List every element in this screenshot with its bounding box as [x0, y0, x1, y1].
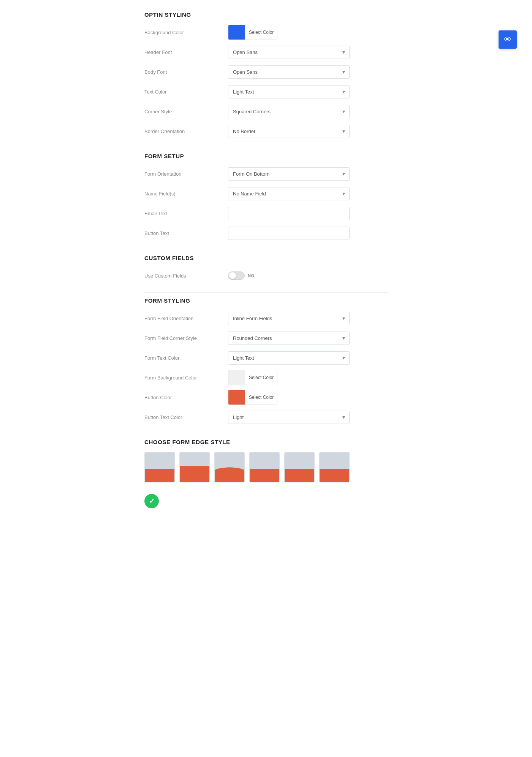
form-styling-title: FORM STYLING [144, 297, 388, 304]
form-text-color-select[interactable]: Light Text Dark Text [228, 351, 350, 365]
button-text-color-label: Button Text Color [144, 414, 228, 420]
form-bg-color-picker[interactable]: Select Color [228, 370, 277, 385]
form-text-color-label: Form Text Color [144, 355, 228, 361]
name-fields-label: Name Field(s) [144, 191, 228, 197]
edge-top [250, 452, 279, 469]
background-color-swatch [228, 25, 245, 40]
form-text-color-select-wrapper: Light Text Dark Text [228, 351, 350, 365]
background-color-picker[interactable]: Select Color [228, 25, 277, 40]
form-setup-title: FORM SETUP [144, 153, 388, 159]
use-custom-fields-toggle-wrapper: NO [228, 271, 388, 280]
email-text-input[interactable]: Email [228, 207, 350, 220]
edge-style-v-cut[interactable] [179, 452, 210, 482]
edge-bottom [320, 469, 349, 482]
form-corner-style-select[interactable]: Rounded Corners Squared Corners [228, 332, 350, 345]
form-field-orientation-select-wrapper: Inline Form Fields Stacked Form Fields [228, 312, 350, 325]
background-color-btn[interactable]: Select Color [245, 25, 277, 40]
form-field-orientation-label: Form Field Orientation [144, 316, 228, 321]
edge-top [285, 452, 314, 469]
toggle-value-label: NO [248, 273, 255, 278]
edge-style-zigzag[interactable] [249, 452, 280, 482]
form-orientation-select[interactable]: Form On Bottom Form On Top Form On Side [228, 167, 350, 181]
corner-style-label: Corner Style [144, 109, 228, 114]
use-custom-fields-toggle[interactable] [228, 271, 245, 280]
form-corner-style-select-wrapper: Rounded Corners Squared Corners [228, 332, 350, 345]
edge-bottom [250, 469, 279, 482]
button-color-picker[interactable]: Select Color [228, 390, 277, 405]
edge-bottom [145, 469, 174, 482]
border-orientation-select-wrapper: No Border Full Border Bottom Border [228, 125, 350, 138]
header-font-select[interactable]: Open Sans Arial Georgia Helvetica [228, 46, 350, 59]
email-text-label: Email Text [144, 211, 228, 216]
button-color-btn[interactable]: Select Color [245, 390, 277, 405]
button-text-input[interactable]: SUBSCRIBE! [228, 227, 350, 240]
text-color-select-wrapper: Light Text Dark Text [228, 85, 350, 98]
edge-style-straight[interactable] [319, 452, 350, 482]
body-font-select[interactable]: Open Sans Arial Georgia Helvetica [228, 65, 350, 79]
form-orientation-select-wrapper: Form On Bottom Form On Top Form On Side [228, 167, 350, 181]
border-orientation-select[interactable]: No Border Full Border Bottom Border [228, 125, 350, 138]
button-text-label: Button Text [144, 230, 228, 236]
button-text-color-select[interactable]: Light Dark [228, 411, 350, 424]
form-bg-color-label: Form Background Color [144, 375, 228, 381]
edge-style-torn[interactable] [284, 452, 315, 482]
form-field-orientation-select[interactable]: Inline Form Fields Stacked Form Fields [228, 312, 350, 325]
edge-top [145, 452, 174, 469]
form-bg-color-btn[interactable]: Select Color [245, 370, 277, 385]
edge-bottom [180, 466, 209, 482]
edge-style-flat[interactable] [144, 452, 175, 482]
button-color-label: Button Color [144, 395, 228, 400]
save-check-badge[interactable]: ✓ [144, 494, 159, 508]
form-bg-color-swatch [228, 370, 245, 385]
body-font-select-wrapper: Open Sans Arial Georgia Helvetica [228, 65, 350, 79]
header-font-select-wrapper: Open Sans Arial Georgia Helvetica [228, 46, 350, 59]
form-orientation-label: Form Orientation [144, 171, 228, 177]
use-custom-fields-label: Use Custom Fields [144, 273, 228, 279]
text-color-label: Text Color [144, 89, 228, 95]
optin-styling-title: OPTIN STYLING [144, 11, 388, 18]
edge-top [320, 452, 349, 469]
text-color-select[interactable]: Light Text Dark Text [228, 85, 350, 98]
button-text-color-select-wrapper: Light Dark [228, 411, 350, 424]
background-color-label: Background Color [144, 30, 228, 35]
toggle-knob [229, 272, 236, 279]
edge-top [215, 452, 244, 470]
edge-style-wave[interactable] [214, 452, 245, 482]
form-edge-title: CHOOSE FORM EDGE STYLE [144, 439, 388, 445]
name-fields-select-wrapper: No Name Field First Name First & Last Na… [228, 187, 350, 200]
name-fields-select[interactable]: No Name Field First Name First & Last Na… [228, 187, 350, 200]
custom-fields-title: CUSTOM FIELDS [144, 255, 388, 261]
corner-style-select-wrapper: Squared Corners Rounded Corners [228, 105, 350, 118]
corner-style-select[interactable]: Squared Corners Rounded Corners [228, 105, 350, 118]
edge-bottom [285, 469, 314, 482]
edge-style-grid [144, 452, 388, 482]
edge-bottom [215, 470, 244, 482]
form-corner-style-label: Form Field Corner Style [144, 335, 228, 341]
border-orientation-label: Border Orientation [144, 129, 228, 134]
check-icon: ✓ [149, 497, 155, 505]
body-font-label: Body Font [144, 69, 228, 75]
button-color-swatch [228, 390, 245, 405]
header-font-label: Header Font [144, 49, 228, 55]
